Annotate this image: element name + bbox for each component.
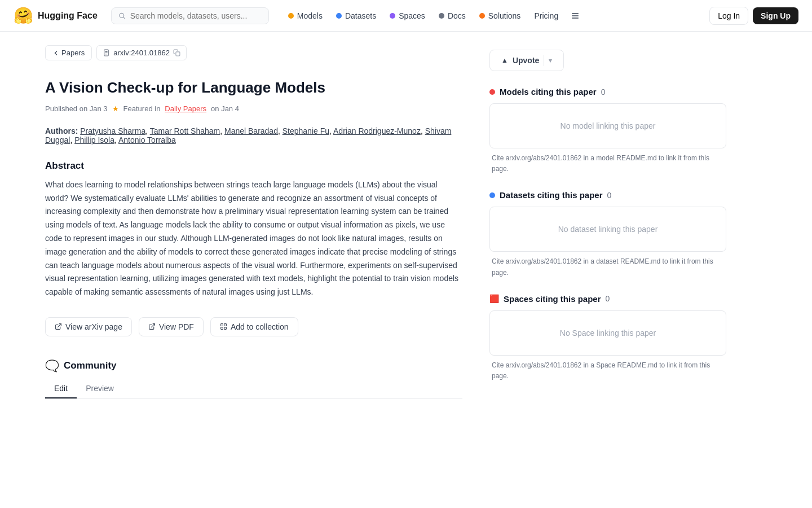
- breadcrumb: Papers arxiv:2401.01862: [45, 45, 462, 60]
- datasets-dot: [489, 192, 495, 198]
- nav-items: Models Datasets Spaces Docs Solutions Pr…: [283, 8, 584, 24]
- search-input[interactable]: [130, 11, 262, 20]
- featured-prefix: Featured in: [123, 104, 161, 113]
- star-icon: ★: [112, 104, 119, 113]
- nav-item-models[interactable]: Models: [283, 8, 328, 24]
- author-link[interactable]: Stephanie Fu: [283, 126, 329, 135]
- datasets-section: Datasets citing this paper 0 No dataset …: [489, 190, 726, 278]
- nav-item-solutions[interactable]: Solutions: [474, 8, 527, 24]
- models-empty-text: No model linking this paper: [561, 121, 656, 130]
- upvote-chevron-icon: ▾: [549, 57, 552, 64]
- document-icon: [103, 49, 110, 56]
- author-link[interactable]: Antonio Torralba: [118, 135, 176, 144]
- add-to-collection-button[interactable]: Add to collection: [210, 317, 298, 336]
- search-bar[interactable]: [111, 7, 269, 24]
- external-link-icon: [55, 323, 62, 330]
- navbar: 🤗 Hugging Face Models Datasets Spaces Do…: [0, 0, 812, 32]
- spaces-dot: [390, 13, 395, 19]
- logo-text: Hugging Face: [38, 11, 98, 21]
- spaces-empty-text: No Space linking this paper: [560, 329, 656, 338]
- spaces-count: 0: [606, 294, 610, 303]
- author-link[interactable]: Adrian Rodriguez-Munoz: [333, 126, 421, 135]
- abstract-text: What does learning to model relationship…: [45, 178, 462, 299]
- breadcrumb-papers[interactable]: Papers: [45, 45, 92, 60]
- nav-solutions-label: Solutions: [488, 11, 521, 20]
- paper-title: A Vision Check-up for Language Models: [45, 78, 462, 98]
- upvote-label: Upvote: [513, 56, 539, 65]
- nav-item-docs[interactable]: Docs: [433, 8, 471, 24]
- view-arxiv-label: View arXiv page: [65, 322, 122, 331]
- datasets-dot: [336, 13, 342, 19]
- nav-models-label: Models: [297, 11, 323, 20]
- svg-line-10: [58, 324, 61, 327]
- svg-rect-13: [224, 324, 226, 326]
- svg-rect-15: [224, 327, 226, 330]
- community-label: Community: [64, 360, 117, 371]
- logo-emoji: 🤗: [14, 6, 33, 25]
- nav-item-pricing[interactable]: Pricing: [528, 8, 564, 24]
- datasets-cite-text: Cite arxiv.org/abs/2401.01862 in a datas…: [489, 256, 726, 278]
- datasets-empty-text: No dataset linking this paper: [558, 225, 658, 234]
- pdf-external-icon: [148, 323, 156, 330]
- signup-button[interactable]: Sign Up: [753, 7, 798, 24]
- login-button[interactable]: Log In: [709, 7, 748, 25]
- community-title: 🗨️ Community: [45, 359, 462, 373]
- svg-rect-4: [572, 17, 579, 18]
- models-count: 0: [601, 87, 606, 97]
- author-link[interactable]: Manel Baradad: [224, 126, 278, 135]
- datasets-section-label: Datasets citing this paper: [500, 190, 603, 200]
- nav-more-button[interactable]: [566, 8, 584, 24]
- add-collection-label: Add to collection: [231, 322, 289, 331]
- community-emoji: 🗨️: [45, 359, 59, 373]
- nav-item-spaces[interactable]: Spaces: [384, 8, 431, 24]
- svg-line-11: [151, 324, 155, 327]
- collection-icon: [220, 323, 227, 330]
- solutions-dot: [479, 13, 485, 19]
- svg-line-1: [123, 17, 125, 19]
- view-pdf-button[interactable]: View PDF: [139, 317, 204, 336]
- breadcrumb-arxiv[interactable]: arxiv:2401.01862: [96, 45, 187, 60]
- daily-papers-link[interactable]: Daily Papers: [165, 104, 206, 113]
- datasets-count: 0: [607, 191, 612, 200]
- spaces-empty-box: No Space linking this paper: [489, 310, 726, 356]
- models-section-header: Models citing this paper 0: [489, 87, 726, 97]
- nav-item-datasets[interactable]: Datasets: [330, 8, 382, 24]
- author-link[interactable]: Phillip Isola: [74, 135, 114, 144]
- main-column: Papers arxiv:2401.01862 A Vision Check-u…: [45, 45, 462, 398]
- author-link[interactable]: Pratyusha Sharma: [80, 126, 145, 135]
- featured-suffix: on Jan 4: [211, 104, 239, 113]
- docs-dot: [439, 13, 444, 19]
- nav-datasets-label: Datasets: [345, 11, 376, 20]
- page-layout: Papers arxiv:2401.01862 A Vision Check-u…: [0, 32, 812, 412]
- published-date: Published on Jan 3: [45, 104, 108, 113]
- nav-right: Log In Sign Up: [709, 7, 798, 25]
- author-link[interactable]: Tamar Rott Shaham: [150, 126, 220, 135]
- tab-preview[interactable]: Preview: [77, 379, 123, 398]
- spaces-emoji: 🟥: [489, 294, 499, 303]
- models-dot: [288, 13, 294, 19]
- search-icon: [118, 12, 126, 20]
- svg-rect-2: [572, 13, 579, 14]
- more-icon: [571, 11, 580, 20]
- view-pdf-label: View PDF: [159, 322, 194, 331]
- upvote-arrow-icon: ▲: [501, 56, 508, 64]
- spaces-section: 🟥 Spaces citing this paper 0 No Space li…: [489, 294, 726, 382]
- community-tabs: Edit Preview: [45, 379, 462, 398]
- tab-edit[interactable]: Edit: [45, 379, 77, 398]
- paper-meta: Published on Jan 3 ★ Featured in Daily P…: [45, 104, 462, 113]
- upvote-button[interactable]: ▲ Upvote ▾: [489, 50, 564, 71]
- models-empty-box: No model linking this paper: [489, 103, 726, 148]
- spaces-section-label: Spaces citing this paper: [504, 294, 601, 304]
- svg-rect-9: [176, 52, 180, 56]
- view-arxiv-button[interactable]: View arXiv page: [45, 317, 132, 336]
- svg-rect-12: [221, 324, 223, 326]
- models-section-label: Models citing this paper: [500, 87, 597, 97]
- sidebar: ▲ Upvote ▾ Models citing this paper 0 No…: [489, 45, 726, 398]
- copy-icon[interactable]: [173, 49, 180, 56]
- breadcrumb-arxiv-id: arxiv:2401.01862: [113, 49, 170, 57]
- logo[interactable]: 🤗 Hugging Face: [14, 6, 98, 25]
- datasets-section-header: Datasets citing this paper 0: [489, 190, 726, 200]
- nav-pricing-label: Pricing: [534, 11, 558, 20]
- abstract-title: Abstract: [45, 160, 462, 172]
- upvote-divider: [544, 55, 544, 66]
